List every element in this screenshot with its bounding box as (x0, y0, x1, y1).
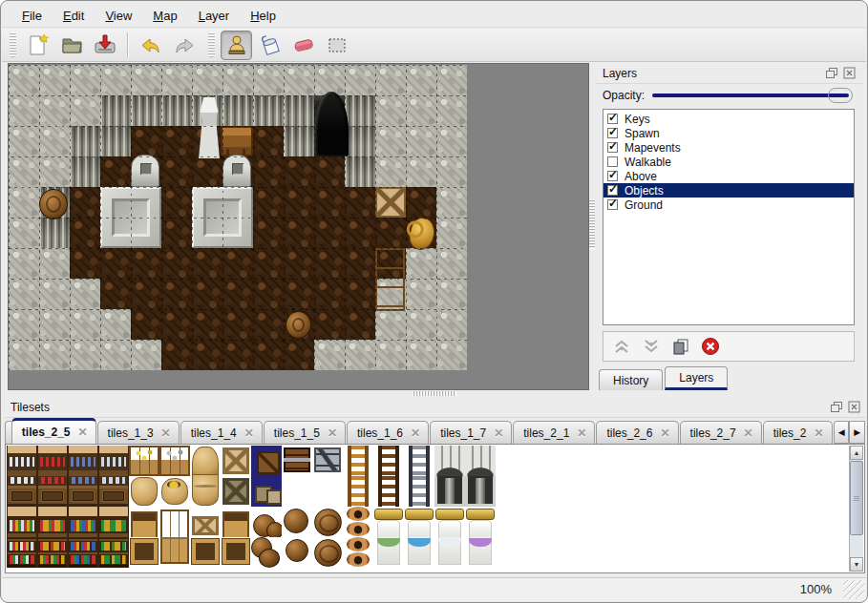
tileset-scrollbar[interactable]: ▲ ▼ (849, 446, 863, 572)
scrollbar-thumb[interactable] (850, 461, 863, 535)
palette-tile-barrels-1[interactable] (251, 507, 282, 537)
close-tab-icon[interactable]: ✕ (494, 426, 503, 440)
undo-button[interactable] (135, 31, 166, 60)
palette-tile-sh-bot[interactable] (68, 476, 98, 507)
palette-tile-bsh-t[interactable] (7, 507, 37, 537)
palette-tile-bin-o[interactable] (221, 537, 251, 568)
palette-tile-bed-f[interactable] (373, 537, 404, 568)
eraser-tool-button[interactable] (287, 31, 319, 60)
scroll-up-button[interactable]: ▲ (850, 446, 863, 460)
palette-tile-navy-b[interactable] (251, 476, 282, 507)
close-tab-icon[interactable]: ✕ (814, 426, 823, 440)
palette-tile-bsh-t[interactable] (98, 507, 129, 537)
palette-tile-navy-a[interactable] (251, 446, 282, 476)
float-panel-button[interactable] (824, 67, 838, 80)
layer-visibility-checkbox[interactable]: ✓ (607, 185, 618, 196)
palette-tile-bed-f[interactable] (404, 537, 434, 568)
palette-tile-empty[interactable] (312, 476, 343, 507)
redo-button[interactable] (168, 31, 200, 60)
map-view-panel[interactable] (8, 63, 589, 390)
open-map-button[interactable] (55, 31, 87, 60)
layer-row-keys[interactable]: ✓Keys (603, 112, 854, 126)
menu-item-help[interactable]: Help (240, 6, 286, 27)
close-tab-icon[interactable]: ✕ (244, 426, 254, 440)
palette-tile-bin-t[interactable] (221, 507, 251, 537)
palette-tile-sack[interactable] (129, 476, 159, 507)
palette-tile-bin-o[interactable] (129, 537, 159, 568)
palette-tile-lad-b-b[interactable] (373, 476, 404, 507)
palette-tile-crate-d[interactable] (221, 476, 251, 507)
close-panel-button[interactable] (842, 67, 857, 80)
opacity-slider-handle[interactable] (828, 88, 853, 103)
float-panel-button[interactable] (829, 401, 843, 414)
close-tab-icon[interactable]: ✕ (660, 426, 669, 440)
menu-item-map[interactable]: Map (142, 6, 187, 27)
palette-tile-chestbig-t[interactable] (159, 507, 190, 537)
palette-tile-barrels-4[interactable] (282, 537, 312, 568)
palette-tile-arch-t[interactable] (434, 446, 465, 476)
palette-tile-lad-o-b[interactable] (343, 476, 373, 507)
palette-tile-barrels-3[interactable] (251, 537, 282, 568)
tileset-tab-tiles_2[interactable]: tiles_2✕ (763, 421, 833, 444)
dock-tab-history[interactable]: History (599, 369, 663, 390)
layer-row-objects[interactable]: ✓Objects (603, 183, 854, 198)
tab-scroll-right-button[interactable]: ▶ (849, 421, 865, 444)
palette-tile-chestbig-b[interactable] (159, 537, 190, 568)
palette-tile-sack-open[interactable] (159, 476, 190, 507)
palette-tile-bed-h[interactable] (373, 507, 404, 537)
layer-list[interactable]: ✓Keys✓Spawn✓MapeventsWalkable✓Above✓Obje… (603, 109, 855, 325)
lower-layer-button[interactable] (641, 336, 662, 357)
palette-tile-empty[interactable] (282, 476, 312, 507)
menu-item-file[interactable]: File (11, 6, 53, 27)
window-resize-grip[interactable] (843, 580, 864, 599)
palette-tile-bed-h[interactable] (465, 507, 496, 537)
palette-tile-bsh-b[interactable] (98, 537, 129, 568)
fill-tool-button[interactable] (254, 31, 286, 60)
palette-tile-sh-bot[interactable] (37, 476, 68, 507)
scroll-down-button[interactable]: ▼ (850, 557, 863, 572)
tab-scroll-left-button[interactable]: ◀ (834, 421, 850, 444)
tileset-tab-tiles_1_6[interactable]: tiles_1_6✕ (347, 421, 429, 444)
close-tab-icon[interactable]: ✕ (411, 426, 420, 440)
opacity-slider[interactable] (652, 88, 853, 103)
layer-row-mapevents[interactable]: ✓Mapevents (603, 140, 854, 155)
palette-tile-sh-top[interactable] (98, 446, 129, 476)
tileset-tab-tiles_1_7[interactable]: tiles_1_7✕ (430, 421, 512, 444)
palette-tile-sh-bot[interactable] (7, 476, 37, 507)
palette-tile-bsh-t[interactable] (37, 507, 68, 537)
palette-tile-bed-h[interactable] (434, 507, 465, 537)
palette-tile-sacktall-b[interactable] (190, 476, 221, 507)
palette-tile-sh-top[interactable] (37, 446, 68, 476)
close-panel-button[interactable] (847, 401, 861, 414)
layer-visibility-checkbox[interactable] (607, 156, 618, 167)
palette-tile-lad-b-t[interactable] (373, 446, 404, 476)
palette-tile-bed-f[interactable] (465, 537, 496, 568)
map-canvas[interactable] (9, 65, 467, 370)
palette-tile-sacktall-t[interactable] (190, 446, 221, 476)
palette-tile-arch-d[interactable] (434, 476, 465, 507)
tileset-tab-tiles_1_4[interactable]: tiles_1_4✕ (180, 421, 263, 444)
palette-tile-bsh-b[interactable] (7, 537, 37, 568)
select-tool-button[interactable] (321, 31, 352, 60)
tileset-tab-tiles_2_6[interactable]: tiles_2_6✕ (596, 421, 678, 444)
palette-tile-bin-corn[interactable] (129, 446, 159, 476)
layer-row-above[interactable]: ✓Above (603, 169, 854, 183)
tileset-tab-tiles_1_3[interactable]: tiles_1_3✕ (97, 421, 180, 444)
layer-visibility-checkbox[interactable]: ✓ (607, 128, 618, 138)
close-tab-icon[interactable]: ✕ (744, 426, 753, 440)
palette-tile-chest-z[interactable] (312, 446, 343, 476)
delete-layer-button[interactable] (700, 336, 721, 357)
horizontal-splitter[interactable] (2, 390, 868, 397)
save-map-button[interactable] (89, 31, 120, 60)
palette-tile-bstack-t[interactable] (312, 507, 343, 537)
palette-tile-sh-bot[interactable] (98, 476, 129, 507)
raise-layer-button[interactable] (611, 336, 632, 357)
palette-tile-arch-d[interactable] (465, 476, 496, 507)
tileset-palette[interactable] (7, 446, 496, 568)
palette-tile-pots-t[interactable] (343, 507, 373, 537)
layer-row-ground[interactable]: ✓Ground (603, 198, 854, 212)
close-tab-icon[interactable]: ✕ (577, 426, 586, 440)
tileset-tab-tiles_2_1[interactable]: tiles_2_1✕ (513, 421, 595, 444)
palette-tile-bed-h[interactable] (404, 507, 434, 537)
palette-tile-bin-t[interactable] (129, 507, 159, 537)
